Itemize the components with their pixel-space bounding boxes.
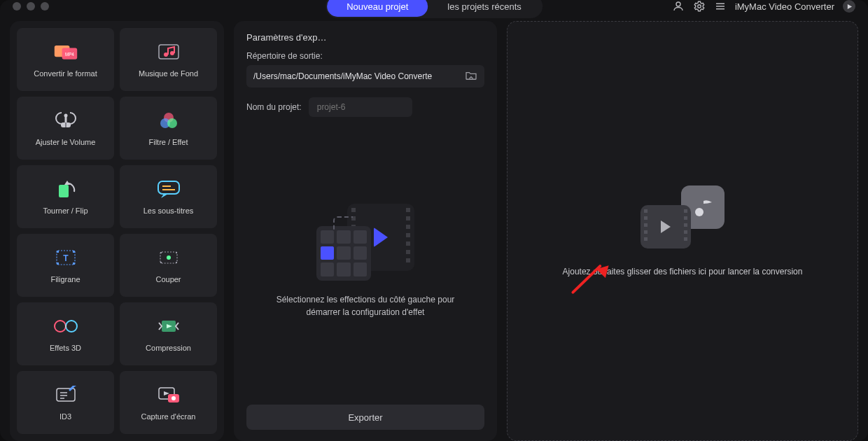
svg-point-0 bbox=[676, 2, 680, 6]
svg-point-30 bbox=[167, 255, 171, 260]
svg-marker-19 bbox=[64, 181, 70, 185]
id3-icon bbox=[53, 384, 78, 405]
tool-label: Musique de Fond bbox=[136, 69, 201, 78]
titlebar-right: iMyMac Video Converter bbox=[672, 0, 855, 13]
tool-compression[interactable]: Compression bbox=[120, 302, 217, 365]
tab-new-project[interactable]: Nouveau projet bbox=[327, 0, 428, 17]
tool-3d-effects[interactable]: Effets 3D bbox=[17, 302, 114, 365]
tool-label: Les sous-titres bbox=[141, 206, 197, 215]
play-icon[interactable] bbox=[843, 0, 855, 13]
svg-rect-31 bbox=[160, 252, 162, 253]
tool-label: Effets 3D bbox=[47, 344, 84, 352]
body: MP4 Convertir le format Musique de Fond … bbox=[0, 13, 868, 441]
drop-illustration bbox=[640, 186, 724, 248]
svg-rect-33 bbox=[160, 262, 162, 263]
subtitles-icon bbox=[156, 178, 181, 200]
cut-icon bbox=[156, 247, 181, 268]
effect-illustration bbox=[316, 197, 414, 281]
svg-rect-25 bbox=[73, 251, 75, 253]
browse-folder-icon[interactable] bbox=[465, 71, 477, 82]
svg-rect-27 bbox=[73, 262, 75, 265]
project-name-label: Nom du projet: bbox=[246, 102, 302, 112]
svg-rect-40 bbox=[57, 388, 75, 401]
tool-label: Capture d'écran bbox=[139, 412, 199, 421]
svg-point-35 bbox=[55, 321, 66, 332]
3d-icon bbox=[53, 316, 78, 337]
svg-rect-13 bbox=[64, 117, 66, 122]
drop-zone[interactable]: Ajoutez ou faites glisser des fichiers i… bbox=[507, 21, 858, 441]
tool-label: Compression bbox=[143, 344, 194, 352]
tool-label: Filigrane bbox=[48, 275, 83, 284]
annotation-arrow bbox=[572, 292, 612, 295]
minimize-dot[interactable] bbox=[27, 2, 35, 10]
project-tab-switch: Nouveau projet les projets récents bbox=[326, 0, 542, 18]
svg-text:MP4: MP4 bbox=[64, 52, 74, 57]
project-name-input[interactable] bbox=[309, 97, 412, 117]
tool-label: ID3 bbox=[57, 412, 74, 421]
svg-rect-24 bbox=[57, 251, 59, 253]
tool-label: Tourner / Flip bbox=[40, 206, 90, 215]
app-title: iMyMac Video Converter bbox=[735, 1, 834, 12]
svg-point-12 bbox=[64, 114, 67, 118]
account-icon[interactable] bbox=[672, 0, 685, 13]
tool-subtitles[interactable]: Les sous-titres bbox=[120, 165, 217, 228]
svg-text:T: T bbox=[63, 253, 69, 263]
svg-point-17 bbox=[167, 118, 177, 128]
svg-marker-5 bbox=[847, 4, 851, 8]
convert-icon: MP4 bbox=[53, 41, 78, 62]
tool-rotate-flip[interactable]: Tourner / Flip bbox=[17, 165, 114, 228]
svg-rect-20 bbox=[158, 181, 179, 194]
tool-adjust-volume[interactable]: Ajuster le Volume bbox=[17, 97, 114, 160]
app-window: Nouveau projet les projets récents iMyMa… bbox=[0, 0, 868, 441]
export-button[interactable]: Exporter bbox=[246, 405, 484, 430]
tool-label: Convertir le format bbox=[31, 69, 99, 78]
tool-background-music[interactable]: Musique de Fond bbox=[120, 28, 217, 91]
screenshot-icon bbox=[156, 384, 181, 405]
effect-placeholder: Sélectionnez les effections du côté gauc… bbox=[246, 117, 484, 398]
tool-cut[interactable]: Couper bbox=[120, 234, 217, 297]
output-dir-label: Répertoire de sortie: bbox=[246, 51, 484, 61]
effect-description: Sélectionnez les effections du côté gauc… bbox=[260, 293, 470, 318]
filter-icon bbox=[156, 110, 181, 131]
menu-icon[interactable] bbox=[714, 0, 727, 13]
close-dot[interactable] bbox=[13, 2, 21, 10]
tool-filter-effect[interactable]: Filtre / Effet bbox=[120, 97, 217, 160]
svg-rect-18 bbox=[59, 185, 69, 197]
svg-point-1 bbox=[698, 5, 701, 8]
panel-title: Paramètres d'exp… bbox=[246, 32, 484, 43]
tool-label: Filtre / Effet bbox=[146, 138, 190, 146]
music-icon bbox=[156, 41, 181, 62]
watermark-icon: T bbox=[53, 247, 78, 268]
svg-point-49 bbox=[695, 208, 704, 216]
tool-convert-format[interactable]: MP4 Convertir le format bbox=[17, 28, 114, 91]
sidebar-tools: MP4 Convertir le format Musique de Fond … bbox=[10, 21, 224, 441]
project-name-row: Nom du projet: bbox=[246, 97, 484, 117]
volume-icon bbox=[53, 110, 78, 131]
tool-label: Ajuster le Volume bbox=[33, 138, 99, 146]
maximize-dot[interactable] bbox=[41, 2, 49, 10]
svg-point-36 bbox=[66, 321, 77, 332]
output-dir-value: /Users/mac/Documents/iMyMac Video Conver… bbox=[253, 71, 461, 81]
export-settings-panel: Paramètres d'exp… Répertoire de sortie: … bbox=[234, 21, 497, 441]
svg-point-48 bbox=[172, 396, 176, 400]
svg-rect-32 bbox=[176, 252, 177, 253]
window-controls bbox=[13, 2, 49, 10]
tool-watermark[interactable]: T Filigrane bbox=[17, 234, 114, 297]
tool-screenshot[interactable]: Capture d'écran bbox=[120, 371, 217, 434]
svg-rect-26 bbox=[57, 262, 59, 265]
settings-icon[interactable] bbox=[693, 0, 706, 13]
compression-icon bbox=[156, 316, 181, 337]
rotate-icon bbox=[53, 178, 78, 200]
tab-recent-projects[interactable]: les projets récents bbox=[428, 0, 541, 17]
svg-rect-34 bbox=[176, 262, 177, 263]
titlebar: Nouveau projet les projets récents iMyMa… bbox=[0, 0, 868, 13]
tool-label: Couper bbox=[153, 275, 183, 284]
output-dir-field[interactable]: /Users/mac/Documents/iMyMac Video Conver… bbox=[246, 65, 484, 88]
tool-id3[interactable]: ID3 bbox=[17, 371, 114, 434]
